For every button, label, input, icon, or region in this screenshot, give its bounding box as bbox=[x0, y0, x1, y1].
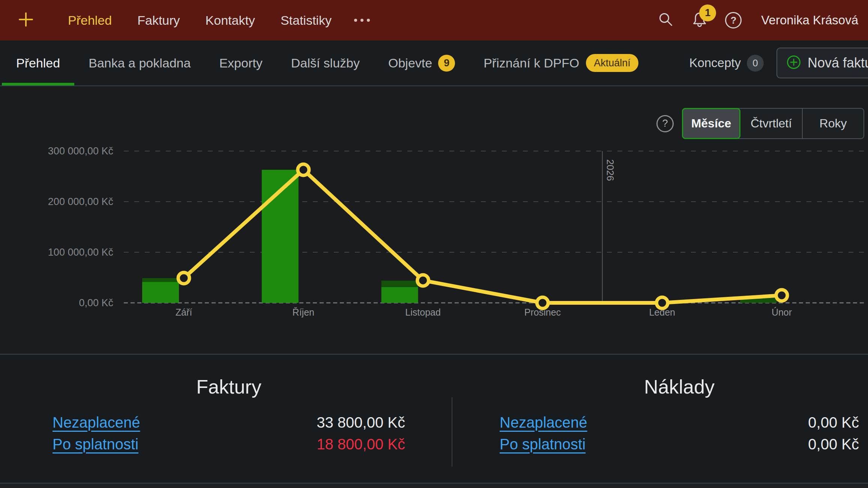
faktury-po-splatnosti-value: 18 800,00 Kč bbox=[317, 436, 405, 453]
naklady-summary: Náklady Nezaplacené 0,00 Kč Po splatnost… bbox=[452, 355, 868, 483]
new-invoice-label: Nová faktura bbox=[808, 55, 868, 71]
search-icon bbox=[657, 11, 674, 30]
revenue-chart-card: 0,00 Kč100 000,00 Kč200 000,00 Kč300 000… bbox=[0, 86, 868, 354]
tab-objevte[interactable]: Objevte 9 bbox=[374, 40, 469, 85]
svg-text:200 000,00 Kč: 200 000,00 Kč bbox=[48, 196, 113, 207]
tab-dalsi-sluzby[interactable]: Další služby bbox=[277, 40, 374, 85]
svg-text:100 000,00 Kč: 100 000,00 Kč bbox=[48, 247, 113, 258]
tab-priznani-k-dpfo[interactable]: Přiznání k DPFO Aktuální bbox=[469, 40, 653, 85]
svg-text:0,00 Kč: 0,00 Kč bbox=[79, 297, 113, 308]
nav-prehled[interactable]: Přehled bbox=[68, 13, 112, 28]
faktury-summary: Faktury Nezaplacené 33 800,00 Kč Po spla… bbox=[0, 355, 452, 483]
tab-label: Další služby bbox=[291, 56, 360, 70]
naklady-nezaplacene-link[interactable]: Nezaplacené bbox=[500, 414, 587, 431]
plus-icon bbox=[18, 11, 34, 29]
tab-label: Exporty bbox=[219, 56, 262, 70]
user-menu[interactable]: Veronika Krásová bbox=[761, 13, 858, 27]
search-button[interactable] bbox=[656, 10, 676, 30]
tab-label: Banka a pokladna bbox=[89, 56, 191, 70]
naklady-title: Náklady bbox=[500, 376, 859, 398]
summary-column-divider bbox=[452, 397, 452, 467]
period-roky-button[interactable]: Roky bbox=[802, 109, 863, 138]
faktury-nezaplacene-link[interactable]: Nezaplacené bbox=[53, 414, 140, 431]
nav-statistiky[interactable]: Statistiky bbox=[281, 13, 332, 28]
topbar: Přehled Faktury Kontakty Statistiky 1 ? … bbox=[0, 0, 868, 40]
tab-prehled[interactable]: Přehled bbox=[2, 40, 74, 85]
naklady-nezaplacene-row: Nezaplacené 0,00 Kč bbox=[500, 415, 859, 430]
objevte-count-badge: 9 bbox=[438, 55, 455, 72]
faktury-title: Faktury bbox=[53, 376, 405, 398]
koncepty-link[interactable]: Koncepty 0 bbox=[689, 55, 764, 72]
naklady-po-splatnosti-link[interactable]: Po splatnosti bbox=[500, 436, 586, 453]
svg-text:2026: 2026 bbox=[605, 159, 616, 181]
dpfo-status-badge: Aktuální bbox=[586, 54, 638, 72]
chart-controls: ? Měsíce Čtvrtletí Roky bbox=[656, 108, 864, 139]
tab-label: Přehled bbox=[16, 56, 60, 70]
new-item-button[interactable] bbox=[17, 11, 35, 29]
chart-help-icon[interactable]: ? bbox=[656, 115, 674, 132]
nav-faktury[interactable]: Faktury bbox=[137, 13, 180, 28]
tab-label: Přiznání k DPFO bbox=[484, 56, 579, 70]
svg-text:Říjen: Říjen bbox=[293, 307, 314, 317]
faktury-po-splatnosti-link[interactable]: Po splatnosti bbox=[53, 436, 138, 453]
notifications-button[interactable]: 1 bbox=[690, 10, 709, 30]
svg-text:Září: Září bbox=[176, 307, 192, 317]
notification-count-badge: 1 bbox=[699, 4, 716, 21]
next-section-edge bbox=[0, 483, 868, 488]
main-nav: Přehled Faktury Kontakty Statistiky bbox=[68, 13, 332, 28]
tab-banka-a-pokladna[interactable]: Banka a pokladna bbox=[74, 40, 205, 85]
period-mesice-button[interactable]: Měsíce bbox=[682, 108, 740, 139]
faktury-nezaplacene-value: 33 800,00 Kč bbox=[317, 414, 405, 431]
naklady-nezaplacene-value: 0,00 Kč bbox=[808, 414, 859, 431]
svg-text:300 000,00 Kč: 300 000,00 Kč bbox=[48, 145, 113, 157]
tab-exporty[interactable]: Exporty bbox=[205, 40, 276, 85]
faktury-po-splatnosti-row: Po splatnosti 18 800,00 Kč bbox=[53, 436, 405, 452]
section-tabbar: Přehled Banka a pokladna Exporty Další s… bbox=[0, 40, 868, 86]
faktury-nezaplacene-row: Nezaplacené 33 800,00 Kč bbox=[53, 415, 405, 430]
naklady-po-splatnosti-row: Po splatnosti 0,00 Kč bbox=[500, 436, 859, 452]
koncepty-count-badge: 0 bbox=[747, 55, 764, 72]
naklady-po-splatnosti-value: 0,00 Kč bbox=[808, 436, 859, 453]
svg-text:Únor: Únor bbox=[772, 307, 792, 317]
plus-circle-icon bbox=[786, 55, 801, 71]
period-ctvrtleti-button[interactable]: Čtvrtletí bbox=[740, 109, 802, 138]
koncepty-label: Koncepty bbox=[689, 56, 741, 70]
help-button[interactable]: ? bbox=[724, 10, 743, 30]
nav-kontakty[interactable]: Kontakty bbox=[206, 13, 255, 28]
more-menu-icon[interactable] bbox=[353, 15, 371, 25]
tab-label: Objevte bbox=[388, 56, 432, 70]
topbar-right: 1 ? Veronika Krásová bbox=[656, 10, 858, 30]
help-icon: ? bbox=[725, 12, 742, 28]
period-toggle: Měsíce Čtvrtletí Roky bbox=[682, 108, 864, 139]
svg-text:Listopad: Listopad bbox=[405, 307, 441, 317]
new-invoice-button[interactable]: Nová faktura bbox=[776, 48, 868, 78]
summary-section: Faktury Nezaplacené 33 800,00 Kč Po spla… bbox=[0, 354, 868, 483]
